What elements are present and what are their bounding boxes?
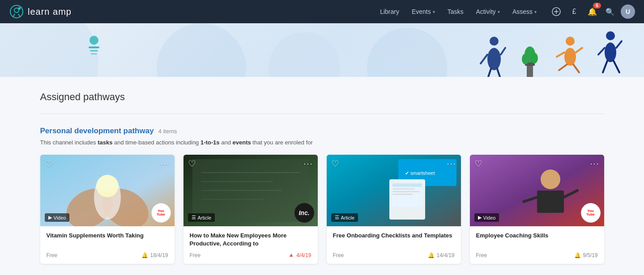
card-new-employees[interactable]: ♡ ··· ☰ Article Inc. How to Make New Emp…	[183, 155, 318, 264]
nav-library[interactable]: Library	[375, 5, 405, 18]
avatar[interactable]: U	[621, 4, 635, 19]
card-price-3: Free	[333, 252, 344, 258]
card-thumbnail-3: ✔ smartsheet ♡ ··· ☰ Article	[327, 155, 461, 226]
card-date-4: 🔔 9/5/19	[574, 252, 597, 258]
section-divider	[40, 114, 604, 114]
pathway-section: Personal development pathway 4 items Thi…	[40, 127, 604, 264]
card-title-2: How to Make New Employees More Productiv…	[190, 232, 311, 248]
svg-text:✔ smartsheet: ✔ smartsheet	[405, 170, 435, 176]
article-icon-3: ☰	[335, 215, 339, 220]
card-coaching[interactable]: ♡ ··· ▶ Video YouTube Employee Coaching …	[470, 155, 604, 264]
article-icon-2: ☰	[192, 215, 196, 220]
svg-point-57	[541, 169, 560, 189]
menu-button-2[interactable]: ···	[303, 159, 313, 169]
video-icon-1: ▶	[48, 215, 52, 220]
currency-button[interactable]: £	[567, 4, 581, 19]
favorite-button-1[interactable]: ♡	[45, 159, 53, 168]
svg-line-17	[488, 69, 491, 77]
menu-button-1[interactable]: ···	[160, 159, 170, 169]
provider-logo-4: YouTube	[581, 203, 601, 223]
card-footer-4: Free 🔔 9/5/19	[476, 252, 598, 258]
svg-line-34	[603, 61, 607, 72]
svg-point-25	[564, 48, 576, 66]
svg-point-9	[90, 36, 98, 45]
nav-assess[interactable]: Assess ▾	[507, 5, 542, 18]
notification-badge: 6	[593, 3, 601, 8]
nav-tasks[interactable]: Tasks	[442, 5, 469, 18]
search-button[interactable]: 🔍	[603, 4, 617, 19]
bg-circle-4	[367, 28, 448, 77]
nav-links: Library Events ▾ Tasks Activity ▾ Assess…	[375, 5, 542, 18]
type-badge-3: ☰ Article	[331, 213, 358, 222]
bell-icon-4: 🔔	[574, 252, 581, 258]
card-date-3: 🔔 14/4/19	[428, 252, 454, 258]
svg-point-22	[522, 54, 529, 64]
favorite-button-4[interactable]: ♡	[474, 159, 482, 168]
card-footer-2: Free 🔺 4/4/19	[190, 252, 311, 258]
nav-activity[interactable]: Activity ▾	[471, 5, 505, 18]
svg-line-27	[576, 48, 582, 52]
navbar: learn amp Library Events ▾ Tasks Activit…	[0, 0, 644, 23]
provider-logo-1: YouTube	[151, 203, 171, 223]
hero-banner	[0, 23, 644, 77]
card-thumbnail-4: ♡ ··· ▶ Video YouTube	[470, 155, 604, 226]
svg-line-28	[559, 64, 567, 70]
card-title-3: Free Onboarding Checklists and Templates	[333, 232, 455, 248]
add-button[interactable]	[549, 4, 563, 19]
card-date-1: 🔔 18/4/19	[141, 252, 168, 258]
card-price-2: Free	[190, 252, 201, 258]
svg-line-33	[616, 41, 622, 48]
assess-chevron-icon: ▾	[534, 9, 537, 14]
pathway-count: 4 items	[158, 128, 177, 135]
svg-rect-11	[90, 50, 98, 51]
svg-rect-55	[392, 194, 413, 195]
search-icon: 🔍	[606, 8, 614, 16]
nav-actions: £ 🔔 6 🔍 U	[549, 4, 635, 19]
svg-point-14	[487, 48, 501, 70]
pound-icon: £	[572, 8, 576, 16]
svg-point-13	[490, 37, 499, 46]
svg-point-0	[10, 5, 23, 18]
provider-logo-2: Inc.	[294, 203, 314, 223]
card-price-1: Free	[47, 252, 58, 258]
type-badge-2: ☰ Article	[188, 213, 215, 222]
svg-rect-53	[392, 188, 415, 190]
svg-line-32	[598, 48, 605, 55]
svg-line-26	[557, 52, 564, 57]
menu-button-4[interactable]: ···	[590, 159, 599, 169]
card-body-4: Employee Coaching Skills Free 🔔 9/5/19	[470, 226, 604, 264]
favorite-button-3[interactable]: ♡	[331, 159, 339, 168]
pathway-description: This channel includes tasks and time-bas…	[40, 139, 604, 146]
nav-events[interactable]: Events ▾	[406, 5, 440, 18]
svg-line-16	[501, 48, 505, 55]
svg-rect-58	[537, 190, 564, 213]
hero-right-illustration	[478, 28, 644, 77]
svg-point-23	[531, 53, 538, 63]
card-title-1: Vitamin Supplements Worth Taking	[47, 232, 168, 248]
card-body-2: How to Make New Employees More Productiv…	[183, 226, 318, 264]
notification-button[interactable]: 🔔 6	[585, 4, 599, 19]
card-thumbnail-2: ♡ ··· ☰ Article Inc.	[183, 155, 318, 226]
svg-line-35	[614, 61, 619, 72]
card-thumbnail-1: ♡ ··· ▶ Video YouTube	[40, 155, 175, 226]
card-price-4: Free	[476, 252, 487, 258]
favorite-button-2[interactable]: ♡	[188, 159, 196, 168]
card-vitamin-supplements[interactable]: ♡ ··· ▶ Video YouTube Vitamin Supplement…	[40, 155, 175, 264]
card-footer-3: Free 🔔 14/4/19	[333, 252, 455, 258]
type-badge-1: ▶ Video	[45, 213, 70, 222]
svg-line-3	[18, 14, 20, 17]
svg-rect-52	[392, 183, 422, 187]
activity-chevron-icon: ▾	[498, 9, 500, 14]
menu-button-3[interactable]: ···	[447, 159, 456, 169]
card-onboarding[interactable]: ✔ smartsheet ♡ ··· ☰ Article	[327, 155, 461, 264]
svg-point-24	[566, 37, 575, 46]
card-footer-1: Free 🔔 18/4/19	[47, 252, 168, 258]
events-chevron-icon: ▾	[433, 9, 435, 14]
main-content: Assigned pathways Personal development p…	[31, 77, 613, 275]
svg-line-15	[481, 55, 487, 63]
type-badge-4: ▶ Video	[474, 213, 499, 222]
logo[interactable]: learn amp	[9, 4, 72, 19]
bell-icon-1: 🔔	[141, 252, 148, 258]
svg-rect-10	[89, 47, 99, 48]
bell-icon-3: 🔔	[428, 252, 435, 258]
